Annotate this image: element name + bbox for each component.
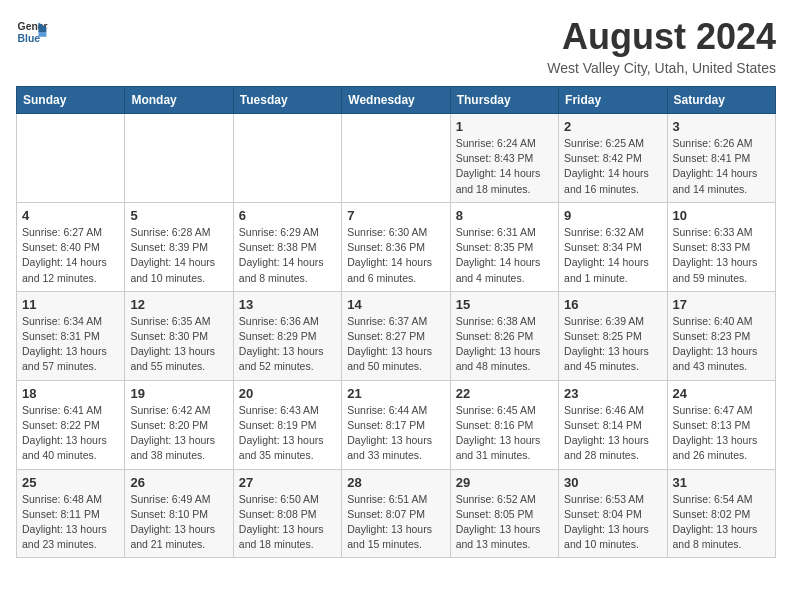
logo: General Blue [16, 16, 48, 48]
day-number: 9 [564, 208, 661, 223]
day-info: Sunrise: 6:40 AM Sunset: 8:23 PM Dayligh… [673, 314, 770, 375]
day-number: 20 [239, 386, 336, 401]
logo-icon: General Blue [16, 16, 48, 48]
day-number: 14 [347, 297, 444, 312]
day-info: Sunrise: 6:24 AM Sunset: 8:43 PM Dayligh… [456, 136, 553, 197]
day-info: Sunrise: 6:33 AM Sunset: 8:33 PM Dayligh… [673, 225, 770, 286]
weekday-header-monday: Monday [125, 87, 233, 114]
calendar-cell: 31Sunrise: 6:54 AM Sunset: 8:02 PM Dayli… [667, 469, 775, 558]
day-number: 24 [673, 386, 770, 401]
calendar-cell: 29Sunrise: 6:52 AM Sunset: 8:05 PM Dayli… [450, 469, 558, 558]
calendar-cell: 24Sunrise: 6:47 AM Sunset: 8:13 PM Dayli… [667, 380, 775, 469]
day-number: 1 [456, 119, 553, 134]
calendar-week-2: 4Sunrise: 6:27 AM Sunset: 8:40 PM Daylig… [17, 202, 776, 291]
weekday-header-friday: Friday [559, 87, 667, 114]
calendar-cell: 10Sunrise: 6:33 AM Sunset: 8:33 PM Dayli… [667, 202, 775, 291]
day-info: Sunrise: 6:32 AM Sunset: 8:34 PM Dayligh… [564, 225, 661, 286]
day-info: Sunrise: 6:36 AM Sunset: 8:29 PM Dayligh… [239, 314, 336, 375]
day-info: Sunrise: 6:25 AM Sunset: 8:42 PM Dayligh… [564, 136, 661, 197]
day-info: Sunrise: 6:38 AM Sunset: 8:26 PM Dayligh… [456, 314, 553, 375]
calendar-cell: 5Sunrise: 6:28 AM Sunset: 8:39 PM Daylig… [125, 202, 233, 291]
day-info: Sunrise: 6:48 AM Sunset: 8:11 PM Dayligh… [22, 492, 119, 553]
calendar-cell: 19Sunrise: 6:42 AM Sunset: 8:20 PM Dayli… [125, 380, 233, 469]
day-info: Sunrise: 6:27 AM Sunset: 8:40 PM Dayligh… [22, 225, 119, 286]
calendar-cell: 2Sunrise: 6:25 AM Sunset: 8:42 PM Daylig… [559, 114, 667, 203]
calendar-cell: 25Sunrise: 6:48 AM Sunset: 8:11 PM Dayli… [17, 469, 125, 558]
calendar-week-3: 11Sunrise: 6:34 AM Sunset: 8:31 PM Dayli… [17, 291, 776, 380]
calendar-cell: 8Sunrise: 6:31 AM Sunset: 8:35 PM Daylig… [450, 202, 558, 291]
calendar-cell: 1Sunrise: 6:24 AM Sunset: 8:43 PM Daylig… [450, 114, 558, 203]
calendar-cell: 21Sunrise: 6:44 AM Sunset: 8:17 PM Dayli… [342, 380, 450, 469]
day-info: Sunrise: 6:43 AM Sunset: 8:19 PM Dayligh… [239, 403, 336, 464]
day-number: 15 [456, 297, 553, 312]
day-info: Sunrise: 6:35 AM Sunset: 8:30 PM Dayligh… [130, 314, 227, 375]
day-info: Sunrise: 6:39 AM Sunset: 8:25 PM Dayligh… [564, 314, 661, 375]
day-number: 11 [22, 297, 119, 312]
day-number: 30 [564, 475, 661, 490]
day-number: 21 [347, 386, 444, 401]
day-number: 26 [130, 475, 227, 490]
day-number: 3 [673, 119, 770, 134]
weekday-header-tuesday: Tuesday [233, 87, 341, 114]
day-number: 4 [22, 208, 119, 223]
day-info: Sunrise: 6:49 AM Sunset: 8:10 PM Dayligh… [130, 492, 227, 553]
day-info: Sunrise: 6:29 AM Sunset: 8:38 PM Dayligh… [239, 225, 336, 286]
weekday-header-sunday: Sunday [17, 87, 125, 114]
calendar-cell: 15Sunrise: 6:38 AM Sunset: 8:26 PM Dayli… [450, 291, 558, 380]
title-block: August 2024 West Valley City, Utah, Unit… [547, 16, 776, 76]
calendar-cell: 4Sunrise: 6:27 AM Sunset: 8:40 PM Daylig… [17, 202, 125, 291]
day-number: 29 [456, 475, 553, 490]
svg-text:Blue: Blue [18, 33, 41, 44]
day-info: Sunrise: 6:44 AM Sunset: 8:17 PM Dayligh… [347, 403, 444, 464]
calendar-cell: 23Sunrise: 6:46 AM Sunset: 8:14 PM Dayli… [559, 380, 667, 469]
weekday-header-saturday: Saturday [667, 87, 775, 114]
day-number: 10 [673, 208, 770, 223]
day-number: 27 [239, 475, 336, 490]
day-info: Sunrise: 6:47 AM Sunset: 8:13 PM Dayligh… [673, 403, 770, 464]
day-number: 25 [22, 475, 119, 490]
day-number: 8 [456, 208, 553, 223]
calendar-week-5: 25Sunrise: 6:48 AM Sunset: 8:11 PM Dayli… [17, 469, 776, 558]
calendar-cell: 7Sunrise: 6:30 AM Sunset: 8:36 PM Daylig… [342, 202, 450, 291]
day-number: 12 [130, 297, 227, 312]
calendar-cell: 20Sunrise: 6:43 AM Sunset: 8:19 PM Dayli… [233, 380, 341, 469]
day-number: 31 [673, 475, 770, 490]
day-number: 5 [130, 208, 227, 223]
day-number: 18 [22, 386, 119, 401]
day-number: 28 [347, 475, 444, 490]
calendar-cell [125, 114, 233, 203]
day-number: 19 [130, 386, 227, 401]
calendar-cell: 27Sunrise: 6:50 AM Sunset: 8:08 PM Dayli… [233, 469, 341, 558]
calendar-cell: 6Sunrise: 6:29 AM Sunset: 8:38 PM Daylig… [233, 202, 341, 291]
day-info: Sunrise: 6:54 AM Sunset: 8:02 PM Dayligh… [673, 492, 770, 553]
day-number: 7 [347, 208, 444, 223]
calendar-cell: 16Sunrise: 6:39 AM Sunset: 8:25 PM Dayli… [559, 291, 667, 380]
calendar-cell [233, 114, 341, 203]
day-number: 17 [673, 297, 770, 312]
day-info: Sunrise: 6:51 AM Sunset: 8:07 PM Dayligh… [347, 492, 444, 553]
main-title: August 2024 [547, 16, 776, 58]
calendar-cell: 28Sunrise: 6:51 AM Sunset: 8:07 PM Dayli… [342, 469, 450, 558]
calendar-week-4: 18Sunrise: 6:41 AM Sunset: 8:22 PM Dayli… [17, 380, 776, 469]
day-number: 6 [239, 208, 336, 223]
calendar-table: SundayMondayTuesdayWednesdayThursdayFrid… [16, 86, 776, 558]
day-info: Sunrise: 6:41 AM Sunset: 8:22 PM Dayligh… [22, 403, 119, 464]
day-info: Sunrise: 6:28 AM Sunset: 8:39 PM Dayligh… [130, 225, 227, 286]
day-info: Sunrise: 6:30 AM Sunset: 8:36 PM Dayligh… [347, 225, 444, 286]
day-info: Sunrise: 6:45 AM Sunset: 8:16 PM Dayligh… [456, 403, 553, 464]
calendar-week-1: 1Sunrise: 6:24 AM Sunset: 8:43 PM Daylig… [17, 114, 776, 203]
calendar-cell: 13Sunrise: 6:36 AM Sunset: 8:29 PM Dayli… [233, 291, 341, 380]
day-info: Sunrise: 6:42 AM Sunset: 8:20 PM Dayligh… [130, 403, 227, 464]
calendar-cell: 9Sunrise: 6:32 AM Sunset: 8:34 PM Daylig… [559, 202, 667, 291]
day-info: Sunrise: 6:34 AM Sunset: 8:31 PM Dayligh… [22, 314, 119, 375]
svg-marker-3 [38, 32, 46, 37]
day-info: Sunrise: 6:50 AM Sunset: 8:08 PM Dayligh… [239, 492, 336, 553]
calendar-cell: 26Sunrise: 6:49 AM Sunset: 8:10 PM Dayli… [125, 469, 233, 558]
calendar-cell: 17Sunrise: 6:40 AM Sunset: 8:23 PM Dayli… [667, 291, 775, 380]
calendar-cell [342, 114, 450, 203]
day-info: Sunrise: 6:37 AM Sunset: 8:27 PM Dayligh… [347, 314, 444, 375]
weekday-header-row: SundayMondayTuesdayWednesdayThursdayFrid… [17, 87, 776, 114]
day-info: Sunrise: 6:52 AM Sunset: 8:05 PM Dayligh… [456, 492, 553, 553]
calendar-cell: 18Sunrise: 6:41 AM Sunset: 8:22 PM Dayli… [17, 380, 125, 469]
subtitle: West Valley City, Utah, United States [547, 60, 776, 76]
